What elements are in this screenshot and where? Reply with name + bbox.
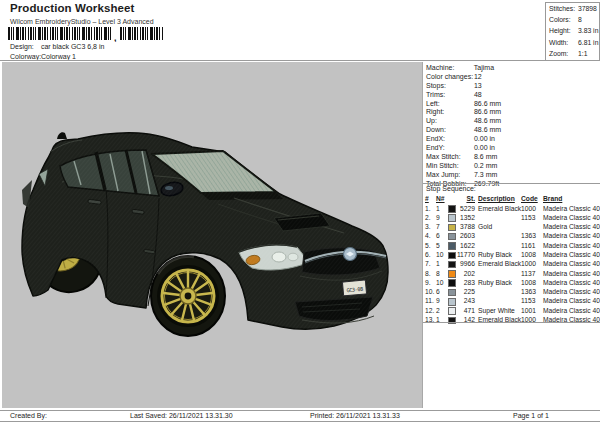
stitch-count: 5229 bbox=[451, 204, 475, 213]
app-subtitle: Wilcom EmbroideryStudio – Level 3 Advanc… bbox=[10, 18, 154, 25]
thread-brand: Madeira Classic 40 bbox=[543, 231, 600, 240]
stop-sequence-title: Stop Sequence: bbox=[426, 185, 476, 192]
created-by: Created By: bbox=[10, 412, 47, 419]
machine-info-row: Max Stitch: 8.6 mm bbox=[423, 153, 600, 162]
page-title: Production Worksheet bbox=[10, 2, 134, 14]
thread-brand: Madeira Classic 40 bbox=[543, 269, 600, 278]
design-row: Design: car black GC3 6,8 in bbox=[10, 43, 104, 50]
stitch-count: 202 bbox=[451, 269, 475, 278]
col-num: # bbox=[425, 194, 429, 203]
footer-bottom-line bbox=[0, 421, 600, 422]
design-label: Design: bbox=[10, 43, 39, 50]
machine-info-value: 48 bbox=[474, 91, 482, 98]
stop-sequence-row: 1. 1 5229 Emerald Black 1000 Madeira Cla… bbox=[423, 204, 600, 213]
machine-info-row: Min Stitch: 0.2 mm bbox=[423, 162, 600, 171]
summary-label: Colors: bbox=[549, 14, 571, 25]
needle-number: 6 bbox=[436, 287, 440, 296]
machine-info-label: EndX: bbox=[426, 135, 472, 144]
thread-code: 1153 bbox=[521, 296, 535, 305]
machine-info-row: Trims: 48 bbox=[423, 91, 600, 100]
stop-sequence-row: 5. 5 1622 1161 Madeira Classic 40 bbox=[423, 241, 600, 250]
machine-info-label: Max Stitch: bbox=[426, 153, 472, 162]
stop-sequence-row: 9. 10 283 Ruby Black 1008 Madeira Classi… bbox=[423, 278, 600, 287]
thread-code: 1000 bbox=[521, 204, 536, 213]
stitch-count: 9966 bbox=[451, 259, 475, 268]
summary-label: Height: bbox=[549, 25, 571, 36]
thread-brand: Madeira Classic 40 bbox=[543, 241, 600, 250]
car-illustration: GC3-08 bbox=[2, 62, 422, 408]
needle-number: 9 bbox=[436, 296, 440, 305]
summary-value: 8 bbox=[578, 14, 582, 25]
thread-brand: Madeira Classic 40 bbox=[543, 204, 600, 213]
barcode-separator: , bbox=[114, 33, 117, 42]
summary-row: Height: 3.83 in bbox=[546, 25, 599, 36]
thread-brand: Madeira Classic 40 bbox=[543, 306, 600, 315]
stop-sequence-row: 8. 8 202 1137 Madeira Classic 40 bbox=[423, 269, 600, 278]
needle-number: 7 bbox=[436, 222, 440, 231]
stop-sequence-header: # N# St. Description Code Brand bbox=[423, 194, 600, 203]
thread-brand: Madeira Classic 40 bbox=[543, 222, 600, 231]
summary-value: 37898 bbox=[578, 3, 597, 14]
thread-code: 1363 bbox=[521, 231, 536, 240]
summary-value: 1:1 bbox=[578, 48, 587, 59]
design-canvas: GC3-08 bbox=[2, 62, 422, 408]
machine-info-value: 0.00 in bbox=[474, 144, 495, 151]
thread-code: 1000 bbox=[521, 259, 536, 268]
thread-description: Ruby Black bbox=[478, 250, 512, 259]
thread-code: 1161 bbox=[521, 241, 535, 250]
thread-code: 1001 bbox=[521, 306, 536, 315]
summary-value: 3.83 in bbox=[578, 25, 598, 36]
machine-info-label: Trims: bbox=[426, 91, 472, 100]
thread-code: 1008 bbox=[521, 278, 536, 287]
machine-info-row: Max Jump: 7.3 mm bbox=[423, 171, 600, 180]
barcode: , bbox=[8, 27, 170, 42]
last-saved: Last Saved: 26/11/2021 13.31.30 bbox=[130, 412, 233, 419]
col-stitches: St. bbox=[451, 194, 475, 203]
col-description: Description bbox=[478, 194, 515, 203]
stitch-count: 283 bbox=[451, 278, 475, 287]
row-number: 7. bbox=[425, 259, 431, 268]
summary-value: 6.81 in bbox=[578, 37, 598, 48]
thread-description: Gold bbox=[478, 222, 492, 231]
machine-info-row: Machine: Tajima bbox=[423, 64, 600, 73]
thread-code: 1008 bbox=[521, 250, 536, 259]
col-code: Code bbox=[521, 194, 538, 203]
footer-top-line bbox=[0, 410, 600, 411]
production-worksheet-page: Production Worksheet Wilcom EmbroiderySt… bbox=[0, 0, 600, 424]
machine-info-row: Color changes: 12 bbox=[423, 73, 600, 82]
machine-info-row: Right: 86.6 mm bbox=[423, 108, 600, 117]
thread-brand: Madeira Classic 40 bbox=[543, 278, 600, 287]
machine-info-label: Right: bbox=[426, 108, 472, 117]
row-number: 9. bbox=[425, 278, 431, 287]
summary-row: Stitches: 37898 bbox=[546, 3, 599, 14]
colorway-value: Colorway 1 bbox=[41, 53, 76, 60]
stop-sequence-row: 10. 6 225 1363 Madeira Classic 40 bbox=[423, 287, 600, 296]
thread-description: Super White bbox=[478, 306, 515, 315]
machine-info-label: Left: bbox=[426, 100, 472, 109]
stop-sequence-row: 2. 9 1352 1153 Madeira Classic 40 bbox=[423, 213, 600, 222]
needle-number: 2 bbox=[436, 306, 440, 315]
machine-info-label: Machine: bbox=[426, 64, 472, 73]
row-number: 5. bbox=[425, 241, 431, 250]
machine-info-value: 48.6 mm bbox=[474, 126, 501, 133]
row-number: 6. bbox=[425, 250, 431, 259]
machine-info-label: Stops: bbox=[426, 82, 472, 91]
row-number: 4. bbox=[425, 231, 431, 240]
machine-info-value: 0.2 mm bbox=[474, 162, 497, 169]
stop-sequence-table: 1. 1 5229 Emerald Black 1000 Madeira Cla… bbox=[423, 204, 600, 325]
printed: Printed: 26/11/2021 13.31.33 bbox=[310, 412, 400, 419]
machine-info-label: EndY: bbox=[426, 144, 472, 153]
machine-info-label: Min Stitch: bbox=[426, 162, 472, 171]
stop-sequence-row: 11. 9 243 1153 Madeira Classic 40 bbox=[423, 296, 600, 305]
stitch-count: 1352 bbox=[451, 213, 475, 222]
machine-info-value: 48.6 mm bbox=[474, 117, 501, 124]
stop-sequence-row: 6. 10 11770 Ruby Black 1008 Madeira Clas… bbox=[423, 250, 600, 259]
summary-label: Width: bbox=[549, 37, 568, 48]
stitch-count: 11770 bbox=[451, 250, 475, 259]
row-number: 3. bbox=[425, 222, 431, 231]
needle-number: 8 bbox=[436, 269, 440, 278]
thread-brand: Madeira Classic 40 bbox=[543, 250, 600, 259]
machine-info-label: Color changes: bbox=[426, 73, 472, 82]
front-wheel bbox=[151, 256, 225, 336]
needle-number: 1 bbox=[436, 259, 440, 268]
